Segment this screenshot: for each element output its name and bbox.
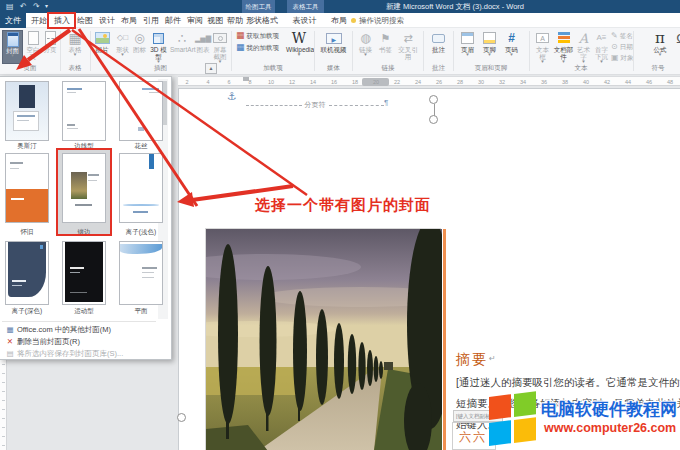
ribbon-button-图标[interactable]: ◎图标: [132, 30, 147, 64]
page-number-icon: #: [501, 30, 522, 46]
cover-thumbnail-label: 怀旧: [0, 228, 55, 237]
horizontal-ruler[interactable]: 2468101214161820222426283032343638404244…: [178, 76, 680, 86]
tab-视图[interactable]: 视图: [206, 13, 225, 28]
ribbon-button-文本框[interactable]: A文本框▼: [533, 30, 552, 64]
ribbon-button-页码[interactable]: #页码▼: [501, 30, 522, 64]
tab-绘图[interactable]: 绘图: [75, 13, 95, 28]
cover-thumbnail-label: 镶边: [56, 228, 112, 237]
rotate-handle[interactable]: [429, 95, 438, 104]
cover-thumbnail-奥斯汀[interactable]: [5, 81, 49, 141]
cover-thumbnail-怀旧[interactable]: [5, 153, 49, 223]
ruler-number: 12: [287, 78, 297, 86]
ribbon-button-3D 模型[interactable]: 3D 模型▼: [148, 30, 169, 64]
group-divider: [633, 31, 634, 71]
undo-icon[interactable]: ↶: [20, 0, 27, 13]
ribbon-button-图表[interactable]: ▂▅▇图表: [195, 30, 211, 64]
resize-handle-top[interactable]: [429, 115, 438, 124]
scroll-up-button[interactable]: ▲: [205, 63, 217, 74]
body-line[interactable]: [通过迷人的摘要吸引您的读者。它通常是文件的简: [456, 376, 680, 390]
tab-审阅[interactable]: 审阅: [185, 13, 205, 28]
ribbon-button-我的加载项[interactable]: ▦我的加载项: [236, 43, 284, 53]
group-label-链接: 链接: [354, 64, 422, 73]
cover-thumbnail-运动型[interactable]: [62, 241, 106, 305]
tab-形状格式[interactable]: 形状格式: [246, 13, 274, 28]
contextual-header-table-tools: 表格工具: [287, 0, 324, 13]
ribbon-button-获取加载项[interactable]: ▦获取加载项: [236, 31, 284, 41]
cover-thumbnail-镶边[interactable]: [62, 153, 106, 223]
ribbon-button-首字下沉[interactable]: A≡首字下沉▼: [593, 30, 610, 64]
online-video-icon: ▶: [319, 30, 348, 46]
link-icon: ◍: [356, 30, 375, 46]
tell-me-search[interactable]: 操作说明搜索: [351, 13, 404, 28]
ribbon-button-SmartArt[interactable]: ∴SmartArt: [170, 30, 194, 64]
cover-page-gallery: 奥斯汀边线型花丝怀旧镶边离子(浅色)离子(深色)运动型平面▦Office.com…: [0, 76, 172, 360]
redo-icon[interactable]: ↷: [33, 0, 40, 13]
ribbon-button-图片[interactable]: 图片: [92, 30, 112, 64]
author-name[interactable]: 六六: [459, 429, 487, 446]
object-icon: ▣: [611, 54, 619, 61]
save-icon[interactable]: ▤: [6, 0, 14, 13]
content-control-tag[interactable]: [键入文档副标题]: [453, 410, 503, 422]
button-label: 3D 模型: [148, 46, 169, 60]
cover-thumbnail-离子(浅色)[interactable]: [119, 153, 163, 223]
button-label: 图表: [195, 46, 211, 53]
ribbon-button-symbol-partial[interactable]: Ω: [674, 30, 680, 64]
tab-帮助[interactable]: 帮助: [226, 13, 244, 28]
tab-设计[interactable]: 设计: [97, 13, 117, 28]
tab-布局[interactable]: 布局: [329, 13, 349, 28]
cover-thumbnail-平面[interactable]: [119, 241, 163, 305]
ribbon-button-文档部件[interactable]: 文档部件▼: [553, 30, 574, 64]
ribbon-button-页眉[interactable]: 页眉▼: [457, 30, 478, 64]
text-box-icon: A: [533, 30, 552, 46]
cover-thumbnail-边线型[interactable]: [62, 81, 106, 141]
ribbon-button-表格[interactable]: ▦表格▼: [63, 30, 87, 64]
ribbon-button-公式[interactable]: π公式▼: [650, 30, 670, 64]
button-label: 书签: [376, 46, 395, 53]
ribbon-button-页脚[interactable]: 页脚▼: [479, 30, 500, 64]
quick-access-customize-icon[interactable]: ▾: [45, 0, 48, 13]
ribbon-button-交叉引用[interactable]: ⇄交叉引用: [396, 30, 420, 64]
cross-reference-icon: ⇄: [396, 30, 420, 46]
cover-photo[interactable]: [205, 228, 441, 450]
body-line[interactable]: 短摘要。当您准备好添加内容时，只需单击此处并开: [456, 397, 680, 411]
gallery-menu-item[interactable]: ▦Office.com 中的其他封面(M): [3, 324, 163, 335]
ribbon-button-屏幕截图[interactable]: 屏幕截图▼: [211, 30, 229, 64]
page-break-dash: [329, 105, 385, 106]
ribbon-button-形状[interactable]: ◇□形状▼: [114, 30, 131, 64]
cover-thumbnail-花丝[interactable]: [119, 81, 163, 141]
ribbon-button-日期和时间[interactable]: ⊙日期和时间: [611, 42, 633, 52]
tab-布局[interactable]: 布局: [119, 13, 139, 28]
tab-表设计[interactable]: 表设计: [291, 13, 318, 28]
ribbon-button-Wikipedia[interactable]: WWikipedia▼: [286, 30, 312, 64]
drop-cap-icon: A≡: [593, 30, 610, 46]
cover-thumbnail-label: 奥斯汀: [0, 142, 55, 151]
ruler-number: 30: [476, 78, 486, 86]
gallery-menu-item[interactable]: ✕删除当前封面页(R): [3, 336, 163, 347]
dropdown-arrow-icon: ▼: [356, 53, 375, 57]
ribbon-button-艺术字[interactable]: A艺术字▼: [575, 30, 592, 64]
ribbon-button-书签[interactable]: ⚑书签: [376, 30, 395, 64]
ruler-number: 44: [623, 78, 633, 86]
ribbon-button-空白页[interactable]: 空白页: [24, 30, 42, 64]
3d-model-icon: [148, 30, 169, 46]
ribbon-button-链接[interactable]: ◍链接▼: [356, 30, 375, 64]
tab-插入[interactable]: 插入: [51, 13, 73, 28]
tab-开始[interactable]: 开始: [29, 13, 49, 28]
cover-thumbnail-离子(深色)[interactable]: [5, 241, 49, 305]
ribbon-button-封面[interactable]: 封面▼: [2, 30, 23, 64]
tab-邮件[interactable]: 邮件: [163, 13, 183, 28]
dropdown-arrow-icon: ▼: [650, 53, 670, 57]
ruler-number: 20: [371, 78, 381, 86]
ribbon-button-联机视频[interactable]: ▶联机视频: [319, 30, 348, 64]
author-content-control[interactable]: 六六: [452, 422, 496, 450]
tab-文件[interactable]: 文件: [0, 13, 26, 28]
abstract-heading[interactable]: 摘要: [456, 351, 488, 369]
ribbon-button-对象[interactable]: ▣对象: [611, 53, 633, 63]
cover-thumbnail-label: 离子(深色): [0, 307, 55, 316]
tab-引用[interactable]: 引用: [141, 13, 161, 28]
ribbon-button-签名行[interactable]: ✎签名行: [611, 31, 633, 41]
ribbon-button-批注[interactable]: 批注: [427, 30, 450, 64]
group-divider: [529, 31, 530, 71]
resize-handle-left[interactable]: [177, 413, 186, 422]
ribbon-button-分页[interactable]: 分页: [42, 30, 58, 64]
